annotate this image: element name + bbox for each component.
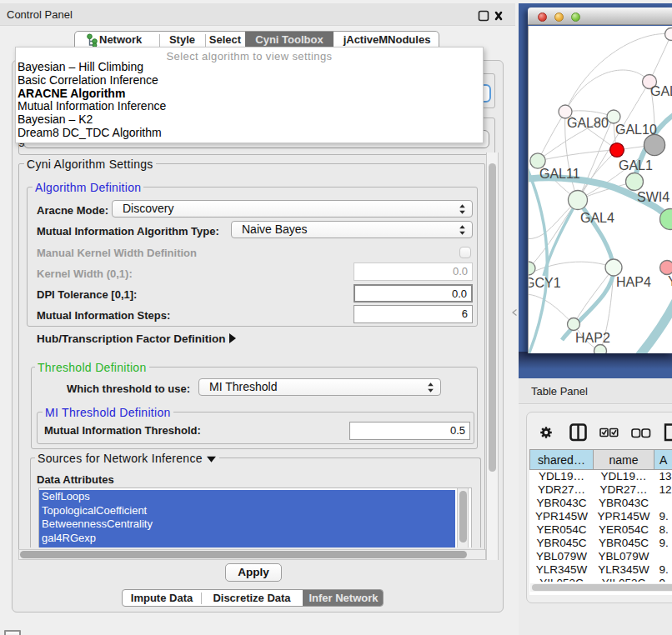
svg-text:GAL1: GAL1 (619, 158, 653, 172)
svg-text:GAL10: GAL10 (615, 122, 657, 137)
svg-text:GCY1: GCY1 (529, 276, 561, 290)
svg-text:HAP2: HAP2 (575, 331, 610, 345)
svg-text:Y: Y (668, 274, 672, 288)
svg-text:GAL7: GAL7 (650, 84, 672, 98)
svg-text:GAL80: GAL80 (567, 116, 609, 130)
svg-text:HAP4: HAP4 (616, 275, 651, 289)
svg-text:GAL4: GAL4 (580, 211, 614, 225)
svg-text:GAL11: GAL11 (539, 167, 580, 181)
svg-text:SWI4: SWI4 (637, 190, 669, 204)
